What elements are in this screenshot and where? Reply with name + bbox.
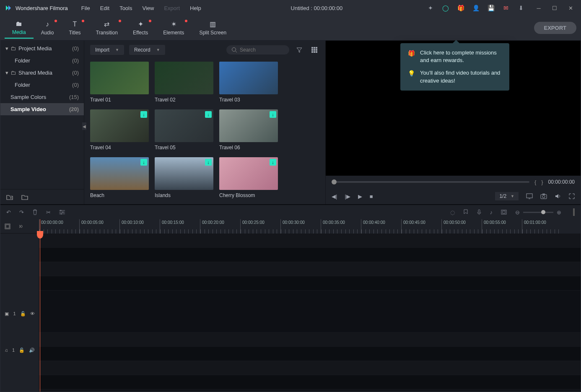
link-icon[interactable] <box>17 223 23 229</box>
gift-icon[interactable]: 🎁 <box>457 5 464 11</box>
tab-media[interactable]: 🖿Media <box>5 18 34 39</box>
cut-button[interactable]: ✂ <box>46 209 51 215</box>
sidebar-item-folder[interactable]: Folder(0) <box>0 79 84 91</box>
new-folder-icon[interactable] <box>6 194 13 200</box>
sidebar-item-sample-video[interactable]: Sample Video(20) <box>0 103 84 115</box>
preview-scale-dropdown[interactable]: 1/2▼ <box>495 192 519 200</box>
download-icon[interactable]: ↓ <box>270 159 276 166</box>
download-icon[interactable]: ↓ <box>205 159 212 166</box>
crop-icon[interactable] <box>501 210 507 215</box>
menu-edit[interactable]: Edit <box>95 3 114 13</box>
video-track-header[interactable]: ▣1 🔓 👁 <box>0 293 39 335</box>
snapshot-icon[interactable] <box>540 193 547 199</box>
mute-icon[interactable]: 🔊 <box>29 348 35 353</box>
menu-file[interactable]: File <box>76 3 95 13</box>
sidebar-item-folder[interactable]: Folder(0) <box>0 55 84 67</box>
track-row[interactable] <box>39 332 581 347</box>
download-icon[interactable]: ↓ <box>140 159 147 166</box>
user-icon[interactable]: 👤 <box>472 5 479 11</box>
download-icon[interactable]: ↓ <box>270 111 276 118</box>
sparkle-icon[interactable]: ✦ <box>427 5 434 11</box>
mail-icon[interactable]: ✉ <box>503 5 509 11</box>
tab-split-screen[interactable]: ▥Split Screen <box>192 18 234 38</box>
play-button[interactable]: ▶ <box>358 193 362 200</box>
save-icon[interactable]: 💾 <box>488 5 494 11</box>
import-dropdown[interactable]: Import▼ <box>90 45 124 55</box>
minimize-button[interactable]: ─ <box>533 4 545 12</box>
next-frame-button[interactable]: |▶ <box>345 193 350 200</box>
voiceover-icon[interactable] <box>477 209 482 215</box>
settings-icon[interactable] <box>59 210 65 215</box>
fullscreen-icon[interactable] <box>569 193 575 199</box>
maximize-button[interactable]: ☐ <box>549 4 560 12</box>
download-icon[interactable]: ⬇ <box>518 5 524 11</box>
zoom-in-button[interactable]: ⊕ <box>557 209 561 215</box>
preview-seekbar[interactable] <box>332 181 529 183</box>
eye-icon[interactable]: 👁 <box>30 311 35 316</box>
mark-out-button[interactable]: } <box>541 179 543 185</box>
lock-icon[interactable]: 🔓 <box>19 348 25 353</box>
playhead-handle[interactable] <box>37 231 43 239</box>
media-thumb[interactable]: ↓Islands <box>155 157 213 198</box>
track-row[interactable] <box>39 375 581 389</box>
stop-button[interactable]: ■ <box>370 193 373 200</box>
timeline-options-icon[interactable] <box>5 223 10 229</box>
export-button[interactable]: EXPORT <box>534 22 576 34</box>
timeline-area[interactable]: 00:00:00:0000:00:05:0000:00:10:0000:00:1… <box>39 219 581 392</box>
marker-icon[interactable] <box>463 209 468 215</box>
media-thumb[interactable]: Travel 01 <box>90 62 149 103</box>
media-thumb[interactable]: Travel 03 <box>219 62 278 103</box>
filter-icon[interactable] <box>294 45 304 55</box>
track-row[interactable] <box>39 248 581 262</box>
playhead[interactable] <box>40 219 40 392</box>
seekbar-knob[interactable] <box>332 179 337 184</box>
timeline-scroll-icon[interactable] <box>573 208 575 216</box>
redo-button[interactable]: ↷ <box>19 209 24 215</box>
zoom-out-button[interactable]: ⊖ <box>515 209 520 215</box>
search-input[interactable] <box>240 47 282 53</box>
download-icon[interactable]: ↓ <box>140 111 147 118</box>
media-thumb[interactable]: ↓Travel 06 <box>219 109 278 151</box>
track-row[interactable] <box>39 361 581 375</box>
menu-tools[interactable]: Tools <box>114 3 137 13</box>
audio-track-row[interactable] <box>39 347 581 361</box>
timeline-tracks[interactable] <box>39 234 581 389</box>
volume-icon[interactable] <box>555 193 561 199</box>
sidebar-item-project-media[interactable]: ▾🗀Project Media(0) <box>0 42 84 55</box>
record-dropdown[interactable]: Record▼ <box>129 45 165 55</box>
video-track-row[interactable] <box>39 291 581 332</box>
tab-transition[interactable]: ⇄Transition <box>88 18 125 38</box>
folder-icon[interactable] <box>21 194 28 200</box>
media-thumb[interactable]: ↓Travel 05 <box>155 109 213 151</box>
zoom-slider-knob[interactable] <box>541 210 545 214</box>
prev-frame-button[interactable]: ◀| <box>332 193 337 200</box>
tab-effects[interactable]: ✦Effects <box>125 18 156 38</box>
lock-icon[interactable]: 🔓 <box>20 311 26 317</box>
close-button[interactable]: ✕ <box>565 4 576 12</box>
tab-elements[interactable]: ✶Elements <box>156 18 192 38</box>
media-thumb[interactable]: ↓Cherry Blossom <box>219 157 278 198</box>
track-row[interactable] <box>39 276 581 291</box>
delete-button[interactable] <box>32 209 38 215</box>
zoom-slider[interactable] <box>523 212 553 213</box>
grid-view-icon[interactable] <box>309 45 319 55</box>
undo-button[interactable]: ↶ <box>6 209 11 215</box>
track-row[interactable] <box>39 262 581 276</box>
media-thumb[interactable]: ↓Travel 04 <box>90 109 149 151</box>
tab-audio[interactable]: ♪Audio <box>34 18 62 38</box>
display-icon[interactable] <box>526 193 533 199</box>
sidebar-collapse-handle[interactable]: ◀ <box>82 122 86 130</box>
menu-export[interactable]: Export <box>159 3 185 13</box>
track-row[interactable] <box>39 234 581 248</box>
menu-help[interactable]: Help <box>185 3 206 13</box>
media-thumb[interactable]: ↓Beach <box>90 157 149 198</box>
audio-mixer-icon[interactable]: ♪ <box>490 209 493 215</box>
sidebar-item-shared-media[interactable]: ▾🗀Shared Media(0) <box>0 67 84 79</box>
tab-titles[interactable]: TTitles <box>61 18 88 38</box>
timeline-ruler[interactable]: 00:00:00:0000:00:05:0000:00:10:0000:00:1… <box>39 219 581 234</box>
download-icon[interactable]: ↓ <box>205 111 212 118</box>
media-thumb[interactable]: Travel 02 <box>155 62 213 103</box>
search-box[interactable] <box>226 45 289 55</box>
headphones-icon[interactable]: ◯ <box>442 5 449 11</box>
mark-in-button[interactable]: { <box>534 179 536 185</box>
